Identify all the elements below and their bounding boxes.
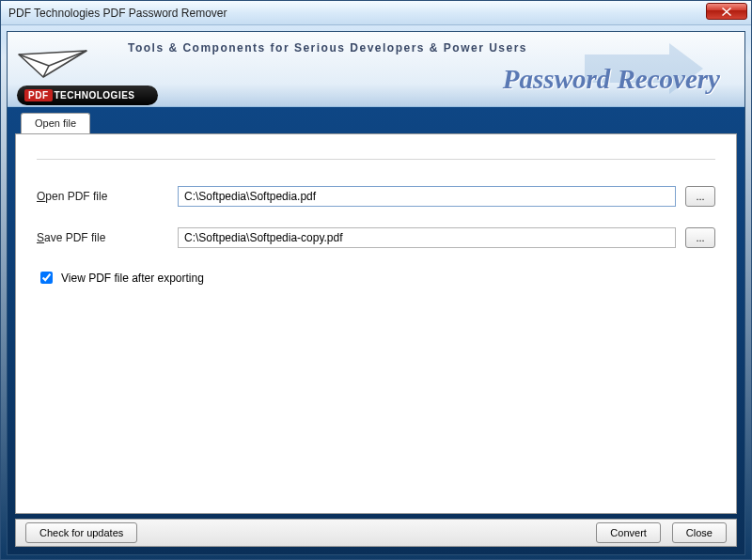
banner-title: Password Recovery [503, 64, 720, 95]
tab-panel: Open file Open PDF file ... Save PDF fil… [15, 113, 737, 513]
window-close-button[interactable] [706, 3, 747, 20]
open-pdf-input[interactable] [178, 186, 676, 207]
brand-badge: PDF TECHNOLOGIES [17, 86, 158, 105]
browse-save-button[interactable]: ... [685, 227, 715, 248]
view-after-label[interactable]: View PDF file after exporting [61, 272, 204, 285]
save-pdf-label: Save PDF file [37, 231, 178, 244]
brand-badge-rest: TECHNOLOGIES [55, 90, 135, 101]
banner: PDF TECHNOLOGIES Tools & Components for … [8, 32, 744, 107]
browse-open-button[interactable]: ... [685, 186, 715, 207]
check-updates-button[interactable]: Check for updates [25, 522, 137, 543]
tabstrip: Open file [15, 113, 737, 133]
banner-tagline: Tools & Components for Serious Developer… [128, 41, 527, 54]
tab-content-open-file: Open PDF file ... Save PDF file ... View… [15, 133, 737, 514]
titlebar: PDF Technologies PDF Password Remover [1, 1, 751, 25]
app-window: PDF Technologies PDF Password Remover [0, 0, 752, 560]
separator [37, 159, 715, 160]
row-view-after: View PDF file after exporting [37, 269, 715, 287]
close-button[interactable]: Close [672, 522, 727, 543]
tab-open-file[interactable]: Open file [21, 113, 90, 133]
convert-button[interactable]: Convert [596, 522, 661, 543]
save-pdf-input[interactable] [178, 227, 676, 248]
row-open-pdf: Open PDF file ... [37, 186, 715, 207]
brand-logo: PDF TECHNOLOGIES [17, 49, 158, 105]
close-icon [722, 8, 731, 16]
row-save-pdf: Save PDF file ... [37, 227, 715, 248]
client-area: PDF TECHNOLOGIES Tools & Components for … [7, 31, 745, 555]
window-title: PDF Technologies PDF Password Remover [8, 7, 227, 20]
paper-plane-icon [17, 49, 90, 81]
open-pdf-label: Open PDF file [37, 190, 178, 203]
brand-badge-pdf: PDF [24, 89, 53, 101]
footer-bar: Check for updates Convert Close [15, 519, 737, 547]
view-after-checkbox[interactable] [40, 272, 53, 284]
